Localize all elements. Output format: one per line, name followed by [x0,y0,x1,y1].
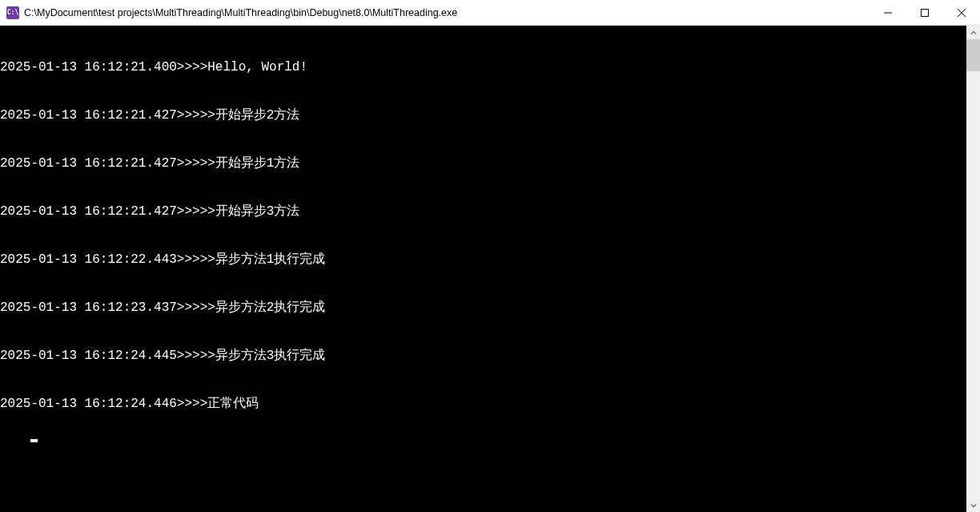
minimize-button[interactable] [870,0,906,25]
scroll-thumb[interactable] [966,39,980,71]
console-line: 2025-01-13 16:12:23.437>>>>>异步方法2执行完成 [0,300,966,316]
maximize-button[interactable] [906,0,943,25]
titlebar[interactable]: C:\ C:\MyDocument\test projects\MultiThr… [0,0,980,26]
vertical-scrollbar[interactable] [966,26,980,512]
scroll-down-button[interactable] [966,498,980,512]
minimize-icon [884,9,892,17]
scroll-track[interactable] [966,39,980,498]
chevron-up-icon [970,30,977,36]
console-line: 2025-01-13 16:12:21.427>>>>>开始异步3方法 [0,204,966,220]
console-line: 2025-01-13 16:12:24.446>>>>正常代码 [0,396,966,412]
console-line: 2025-01-13 16:12:22.443>>>>>异步方法1执行完成 [0,252,966,268]
console-output[interactable]: 2025-01-13 16:12:21.400>>>>Hello, World!… [0,26,966,512]
console-line: 2025-01-13 16:12:21.427>>>>>开始异步1方法 [0,155,966,171]
text-cursor [30,439,38,442]
close-button[interactable] [943,0,980,25]
console-line: 2025-01-13 16:12:24.445>>>>>异步方法3执行完成 [0,348,966,364]
console-line: 2025-01-13 16:12:21.427>>>>>开始异步2方法 [0,107,966,123]
window-title: C:\MyDocument\test projects\MultiThreadi… [24,7,870,18]
chevron-down-icon [970,502,977,509]
scroll-up-button[interactable] [966,26,980,39]
close-icon [958,9,966,17]
console-container: 2025-01-13 16:12:21.400>>>>Hello, World!… [0,26,980,512]
maximize-icon [921,9,929,17]
console-line: 2025-01-13 16:12:21.400>>>>Hello, World! [0,59,966,75]
svg-rect-1 [922,9,929,16]
app-icon: C:\ [6,6,19,19]
window-controls [870,0,980,25]
